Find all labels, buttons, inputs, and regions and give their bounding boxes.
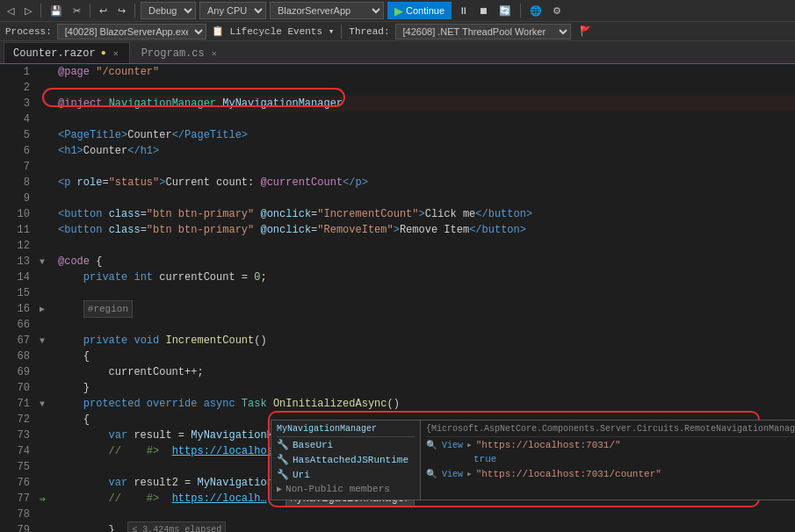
line-5: 5 xyxy=(7,127,30,143)
code-line-5: <PageTitle>Counter</PageTitle> xyxy=(58,127,795,143)
separator3 xyxy=(134,4,135,18)
line-66: 66 xyxy=(7,317,30,333)
line-78: 78 xyxy=(7,507,30,522)
pause-button[interactable]: ⏸ xyxy=(455,2,472,19)
line-2: 2 xyxy=(7,80,30,96)
datatip-popup: MyNavigationManager 🔧 BaseUri 🔧 HasAttac… xyxy=(271,420,795,500)
code-line-10: <button class="btn btn-primary" @onclick… xyxy=(58,206,795,222)
line-71: 71 xyxy=(7,396,30,412)
continue-button[interactable]: ▶ Continue xyxy=(387,2,452,19)
process-label: Process: xyxy=(5,26,52,37)
datatip-baseuri-value: 🔍 View ▸ "https://localhost:7031/" xyxy=(426,437,795,452)
expand-icon-nonpublic: ▶ xyxy=(277,484,282,494)
code-line-8: <p role="status">Current count: @current… xyxy=(58,175,795,191)
tab-counter-razor[interactable]: Counter.razor ● ✕ xyxy=(4,42,130,63)
separator5 xyxy=(341,25,342,39)
code-line-67: private void IncrementCount() xyxy=(58,333,795,349)
line-79: 79 xyxy=(7,522,30,532)
arrow-indicator: ⇒ xyxy=(39,492,45,506)
datatip-nonpublic-row[interactable]: ▶ Non-Public members xyxy=(277,482,415,496)
code-line-13: @code { xyxy=(58,254,795,270)
code-line-11: <button class="btn btn-primary" @onclick… xyxy=(58,222,795,238)
tab-close-counter[interactable]: ✕ xyxy=(112,47,120,60)
wrench-icon-uri: 🔧 xyxy=(277,469,289,480)
separator4 xyxy=(520,4,521,18)
tab-close-program[interactable]: ✕ xyxy=(210,47,219,60)
cut-button[interactable]: ✂ xyxy=(69,2,84,19)
code-line-1: @page "/counter" xyxy=(58,64,795,80)
line-3: 3 xyxy=(7,96,30,111)
line-70: 70 xyxy=(7,380,30,396)
code-line-14: private int currentCount = 0; xyxy=(58,270,795,285)
separator xyxy=(40,4,41,18)
editor-area: 1 2 3 4 5 6 7 8 9 10 11 12 13 14 15 16 6… xyxy=(0,64,795,532)
config-button[interactable]: ⚙ xyxy=(549,2,565,19)
datatip-baseuri-row[interactable]: 🔧 BaseUri xyxy=(277,437,415,452)
code-line-4 xyxy=(58,111,795,127)
code-line-71: protected override async Task OnInitiali… xyxy=(58,396,795,412)
line-9: 9 xyxy=(7,191,30,206)
code-line-2 xyxy=(58,80,795,96)
tab-program-cs[interactable]: Program.cs ✕ xyxy=(132,42,228,63)
stop-button[interactable]: ⏹ xyxy=(475,2,492,19)
forward-button[interactable]: ▷ xyxy=(21,2,35,19)
collapse-icon-67[interactable]: ▼ xyxy=(40,336,45,346)
gutter: ▼ ▶ ▼ ▼ xyxy=(33,64,51,532)
datatip-jsruntime-row[interactable]: 🔧 HasAttachedJSRuntime xyxy=(277,452,415,467)
main-window: ◁ ▷ 💾 ✂ ↩ ↪ Debug Any CPU BlazorServerAp… xyxy=(0,0,795,532)
code-line-69: currentCount++; xyxy=(58,364,795,380)
wrench-icon-jsruntime: 🔧 xyxy=(277,454,289,465)
code-line-9 xyxy=(58,191,795,206)
thread-flag-button[interactable]: 🚩 xyxy=(576,23,596,40)
back-button[interactable]: ◁ xyxy=(4,2,18,19)
undo-button[interactable]: ↩ xyxy=(96,2,111,19)
thread-dropdown[interactable]: [42608] .NET ThreadPool Worker xyxy=(395,24,571,40)
cpu-dropdown[interactable]: Any CPU xyxy=(199,2,266,19)
process-bar: Process: [40028] BlazorServerApp.exe 📋 L… xyxy=(0,22,795,41)
line-67: 67 xyxy=(7,333,30,349)
code-line-78 xyxy=(58,507,795,522)
save-button[interactable]: 💾 xyxy=(47,2,66,19)
line-68: 68 xyxy=(7,349,30,364)
code-line-7 xyxy=(58,159,795,175)
datatip-view-baseuri[interactable]: 🔍 View xyxy=(426,440,463,450)
line-1: 1 xyxy=(7,64,30,80)
line-73: 73 xyxy=(7,428,30,443)
line-74: 74 xyxy=(7,443,30,459)
redo-button[interactable]: ↪ xyxy=(114,2,129,19)
line-69: 69 xyxy=(7,364,30,380)
elapsed-badge: ≤ 3,424ms elapsed xyxy=(127,521,226,532)
toolbar: ◁ ▷ 💾 ✂ ↩ ↪ Debug Any CPU BlazorServerAp… xyxy=(0,0,795,22)
debug-dropdown[interactable]: Debug xyxy=(141,2,196,19)
tab-bar: Counter.razor ● ✕ Program.cs ✕ xyxy=(0,41,795,64)
collapse-icon-13[interactable]: ▼ xyxy=(40,257,45,267)
wrench-icon-baseuri: 🔧 xyxy=(277,439,289,450)
thread-label: Thread: xyxy=(349,26,389,37)
browser-button[interactable]: 🌐 xyxy=(526,2,546,19)
line-77: 77 xyxy=(7,491,30,507)
datatip-uri-row[interactable]: 🔧 Uri xyxy=(277,467,415,482)
code-line-79: } ≤ 3,424ms elapsed xyxy=(58,522,795,532)
collapse-icon-71[interactable]: ▼ xyxy=(40,399,45,409)
process-dropdown[interactable]: [40028] BlazorServerApp.exe xyxy=(57,24,206,40)
line-16: 16 xyxy=(7,301,30,317)
lifecycle-label: 📋 Lifecycle Events ▾ xyxy=(212,25,334,37)
code-line-66 xyxy=(58,317,795,333)
line-8: 8 xyxy=(7,175,30,191)
line-75: 75 xyxy=(7,459,30,475)
line-12: 12 xyxy=(7,238,30,254)
line-4: 4 xyxy=(7,111,30,127)
line-10: 10 xyxy=(7,206,30,222)
restart-button[interactable]: 🔄 xyxy=(495,2,515,19)
play-icon: ▶ xyxy=(394,4,403,18)
code-line-68: { xyxy=(58,349,795,364)
datatip-type-header: {Microsoft.AspNetCore.Components.Server.… xyxy=(426,424,795,437)
code-line-15 xyxy=(58,285,795,301)
code-line-70: } xyxy=(58,380,795,396)
datatip-view-uri[interactable]: 🔍 View xyxy=(426,469,463,479)
tab-modified-indicator: ● xyxy=(101,48,106,58)
app-dropdown[interactable]: BlazorServerApp xyxy=(270,2,384,19)
collapse-icon-16[interactable]: ▶ xyxy=(40,304,45,314)
tab-program-label: Program.cs xyxy=(141,47,205,60)
code-line-3: @inject NavigationManager MyNavigationMa… xyxy=(58,96,795,111)
